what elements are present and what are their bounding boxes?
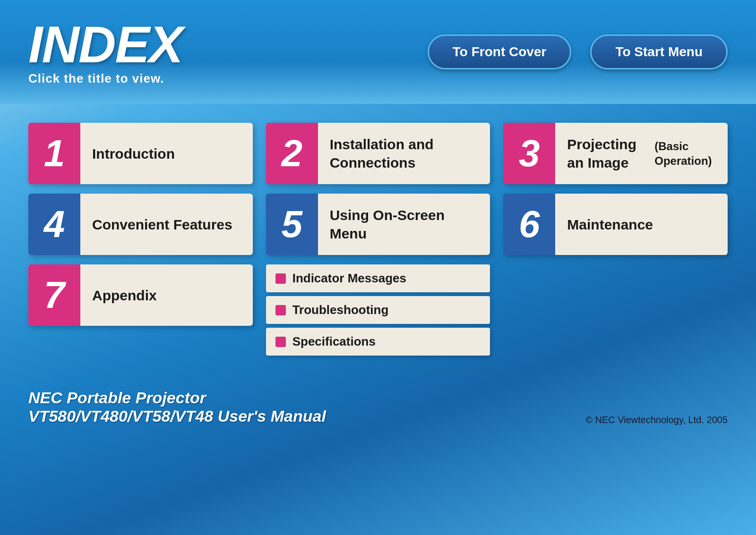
index-title: INDEX xyxy=(28,18,182,70)
chapter-2-number: 2 xyxy=(266,123,318,184)
chapter-6-card[interactable]: 6 Maintenance xyxy=(503,194,728,255)
footer-product-info: NEC Portable Projector VT580/VT480/VT58/… xyxy=(28,389,326,425)
header: INDEX Click the title to view. To Front … xyxy=(0,0,756,104)
specifications-dot xyxy=(275,337,286,347)
chapter-1-title: Introduction xyxy=(80,123,253,184)
indicator-messages-link[interactable]: Indicator Messages xyxy=(266,264,490,292)
chapters-row-1: 1 Introduction 2 Installation and Connec… xyxy=(28,123,728,184)
indicator-messages-label: Indicator Messages xyxy=(292,271,406,286)
chapter-6-title: Maintenance xyxy=(555,194,728,255)
chapter-3-title: Projecting an Image(Basic Operation) xyxy=(555,123,728,184)
chapter-1-number: 1 xyxy=(28,123,80,184)
chapter-5-card[interactable]: 5 Using On-Screen Menu xyxy=(266,194,490,255)
footer-line1: NEC Portable Projector xyxy=(28,389,326,407)
index-subtitle: Click the title to view. xyxy=(28,71,182,86)
nav-buttons: To Front Cover To Start Menu xyxy=(428,34,728,69)
to-front-cover-button[interactable]: To Front Cover xyxy=(428,34,572,69)
footer-copyright: © NEC Viewtechnology, Ltd. 2005 xyxy=(585,415,728,425)
chapter-4-number: 4 xyxy=(28,194,80,255)
logo-area: INDEX Click the title to view. xyxy=(28,18,182,86)
main-content: 1 Introduction 2 Installation and Connec… xyxy=(0,104,756,379)
chapter-7-number: 7 xyxy=(28,264,80,326)
chapter-7-title: Appendix xyxy=(80,264,253,326)
chapter-4-card[interactable]: 4 Convenient Features xyxy=(28,194,253,255)
footer: NEC Portable Projector VT580/VT480/VT58/… xyxy=(0,379,756,435)
chapter-3-card[interactable]: 3 Projecting an Image(Basic Operation) xyxy=(503,123,728,184)
appendix-links: Indicator Messages Troubleshooting Speci… xyxy=(266,264,490,356)
chapter-4-title: Convenient Features xyxy=(80,194,253,255)
footer-line2: VT580/VT480/VT58/VT48 User's Manual xyxy=(28,407,326,425)
specifications-link[interactable]: Specifications xyxy=(266,328,490,356)
bottom-row: 7 Appendix Indicator Messages Troublesho… xyxy=(28,264,728,356)
troubleshooting-label: Troubleshooting xyxy=(292,303,389,317)
chapter-6-number: 6 xyxy=(503,194,555,255)
troubleshooting-dot xyxy=(275,305,286,315)
chapters-row-2: 4 Convenient Features 5 Using On-Screen … xyxy=(28,194,728,255)
specifications-label: Specifications xyxy=(292,334,376,349)
indicator-messages-dot xyxy=(275,273,286,284)
chapter-2-title: Installation and Connections xyxy=(318,123,490,184)
chapter-1-card[interactable]: 1 Introduction xyxy=(28,123,253,184)
chapter-5-title: Using On-Screen Menu xyxy=(318,194,490,255)
troubleshooting-link[interactable]: Troubleshooting xyxy=(266,296,490,324)
chapter-3-number: 3 xyxy=(503,123,555,184)
chapter-5-number: 5 xyxy=(266,194,318,255)
to-start-menu-button[interactable]: To Start Menu xyxy=(590,34,728,69)
chapter-7-card[interactable]: 7 Appendix xyxy=(28,264,253,326)
chapter-2-card[interactable]: 2 Installation and Connections xyxy=(266,123,490,184)
